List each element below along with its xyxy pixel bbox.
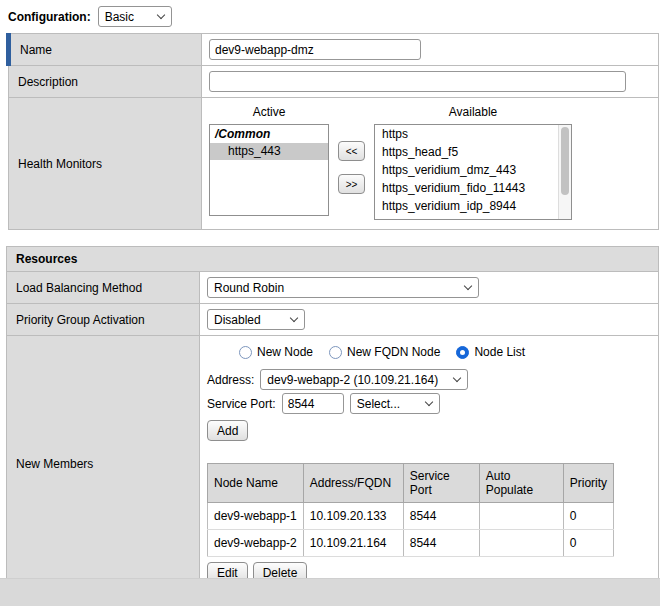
priority-group-label: Priority Group Activation: [7, 304, 200, 336]
address-fqdn-header: Address/FQDN: [303, 464, 403, 503]
configuration-label: Configuration:: [8, 10, 91, 24]
monitor-item[interactable]: https_veridium_fido_11443: [375, 179, 571, 197]
new-node-radio[interactable]: New Node: [239, 345, 313, 359]
list-scrollbar[interactable]: [558, 125, 571, 219]
description-label: Description: [9, 66, 202, 98]
configuration-select-wrap: Basic: [98, 6, 172, 27]
port-select[interactable]: Select...: [350, 393, 440, 414]
member-node-name: dev9-webapp-1: [208, 503, 304, 530]
node-name-header: Node Name: [208, 464, 304, 503]
new-fqdn-node-radio[interactable]: New FQDN Node: [329, 345, 440, 359]
address-select-wrap: dev9-webapp-2 (10.109.21.164): [260, 369, 468, 390]
member-row: dev9-webapp-2 10.109.21.164 8544 0: [208, 530, 614, 557]
member-port: 8544: [403, 530, 479, 557]
member-priority: 0: [563, 503, 613, 530]
description-row: Description: [9, 66, 659, 98]
new-node-radio-label: New Node: [257, 345, 313, 359]
name-row: Name: [9, 34, 659, 66]
member-row: dev9-webapp-1 10.109.20.133 8544 0: [208, 503, 614, 530]
member-auto-populate: [479, 530, 563, 557]
service-port-field-row: Service Port: Select...: [207, 393, 651, 414]
load-balancing-select-wrap: Round Robin: [207, 277, 479, 298]
member-port: 8544: [403, 503, 479, 530]
general-properties-table: Name Description Health Monitors Active …: [6, 33, 659, 230]
name-input[interactable]: [209, 39, 421, 60]
description-input[interactable]: [209, 71, 626, 92]
monitor-item[interactable]: https_veridium_idp_8944: [375, 197, 571, 215]
port-select-wrap: Select...: [350, 393, 440, 414]
configuration-select[interactable]: Basic: [98, 6, 172, 27]
monitor-item[interactable]: https_veridium_dmz_443: [375, 161, 571, 179]
member-type-radio-group: New Node New FQDN Node Node List: [207, 341, 651, 366]
address-field-row: Address: dev9-webapp-2 (10.109.21.164): [207, 369, 651, 390]
scrollbar-thumb[interactable]: [561, 127, 569, 195]
node-list-radio-label: Node List: [474, 345, 525, 359]
address-label: Address:: [207, 373, 254, 387]
move-to-active-button[interactable]: <<: [338, 141, 365, 161]
page-footer-strip: [0, 578, 660, 606]
new-members-row: New Members New Node New FQDN Node Node …: [7, 336, 659, 592]
radio-icon: [239, 346, 252, 359]
priority-group-select[interactable]: Disabled: [207, 309, 305, 330]
configuration-bar: Configuration: Basic: [0, 0, 660, 33]
available-monitors-listbox[interactable]: https https_head_f5 https_veridium_dmz_4…: [374, 124, 572, 220]
service-port-label: Service Port:: [207, 397, 276, 411]
service-port-header: Service Port: [403, 464, 479, 503]
monitor-item[interactable]: https: [375, 125, 571, 143]
move-buttons: << >>: [338, 141, 365, 194]
health-monitors-row: Health Monitors Active /Common https_443…: [9, 98, 659, 230]
partition-group-label: /Common: [210, 125, 328, 143]
priority-header: Priority: [563, 464, 613, 503]
members-header-row: Node Name Address/FQDN Service Port Auto…: [208, 464, 614, 503]
resources-table: Load Balancing Method Round Robin Priori…: [6, 271, 659, 592]
add-button[interactable]: Add: [207, 420, 248, 441]
active-monitors-listbox[interactable]: /Common https_443: [209, 124, 329, 216]
priority-group-select-wrap: Disabled: [207, 309, 305, 330]
member-priority: 0: [563, 530, 613, 557]
load-balancing-row: Load Balancing Method Round Robin: [7, 272, 659, 304]
member-node-name: dev9-webapp-2: [208, 530, 304, 557]
member-address: 10.109.20.133: [303, 503, 403, 530]
available-list-header: Available: [374, 105, 572, 124]
load-balancing-select[interactable]: Round Robin: [207, 277, 479, 298]
name-label: Name: [9, 34, 202, 66]
node-list-radio[interactable]: Node List: [456, 345, 525, 359]
health-monitors-dual-list: Active /Common https_443 << >> Available: [209, 103, 651, 224]
service-port-input[interactable]: [282, 393, 344, 414]
auto-populate-header: Auto Populate: [479, 464, 563, 503]
priority-group-row: Priority Group Activation Disabled: [7, 304, 659, 336]
pool-configuration-page: Configuration: Basic Name Description He…: [0, 0, 660, 606]
move-to-available-button[interactable]: >>: [338, 174, 365, 194]
resources-section-header: Resources: [6, 246, 659, 271]
new-fqdn-node-radio-label: New FQDN Node: [347, 345, 440, 359]
members-table: Node Name Address/FQDN Service Port Auto…: [207, 463, 614, 557]
health-monitors-label: Health Monitors: [9, 98, 202, 230]
radio-icon: [329, 346, 342, 359]
radio-icon: [456, 346, 469, 359]
address-select[interactable]: dev9-webapp-2 (10.109.21.164): [260, 369, 468, 390]
monitor-item[interactable]: https_head_f5: [375, 143, 571, 161]
member-auto-populate: [479, 503, 563, 530]
monitor-item-selected[interactable]: https_443: [210, 143, 328, 160]
active-list-header: Active: [209, 105, 329, 124]
member-address: 10.109.21.164: [303, 530, 403, 557]
load-balancing-label: Load Balancing Method: [7, 272, 200, 304]
new-members-label: New Members: [7, 336, 200, 592]
